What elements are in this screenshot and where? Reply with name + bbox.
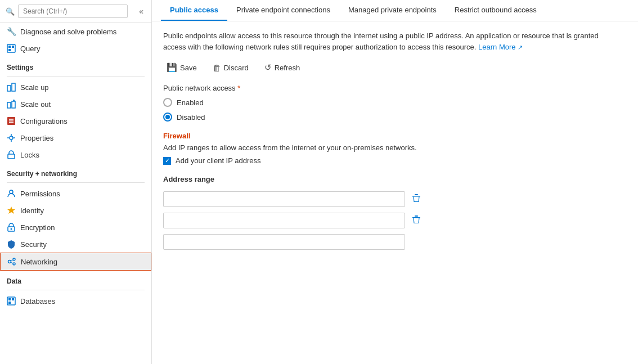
sidebar-item-properties[interactable]: Properties: [0, 129, 151, 146]
sidebar-item-security[interactable]: Security: [0, 236, 151, 253]
address-input-3[interactable]: [163, 234, 405, 250]
radio-enabled-label: Enabled: [177, 98, 204, 107]
svg-rect-4: [7, 86, 11, 91]
client-ip-checkbox[interactable]: ✓: [163, 157, 171, 165]
sidebar-item-label: Networking: [21, 258, 57, 266]
checkbox-row-client-ip[interactable]: ✓ Add your client IP address: [163, 156, 627, 165]
security-networking-divider: [7, 182, 145, 183]
discard-icon: 🗑: [213, 63, 221, 73]
svg-rect-30: [8, 302, 11, 304]
networking-icon: [7, 257, 16, 266]
sidebar-item-scale-out[interactable]: Scale out: [0, 96, 151, 113]
svg-rect-31: [412, 196, 420, 197]
firewall-title: Firewall: [163, 132, 627, 140]
sidebar-item-diagnose[interactable]: 🔧 Diagnose and solve problems: [0, 23, 151, 40]
sidebar-item-configurations[interactable]: Configurations: [0, 113, 151, 129]
diagnose-icon: 🔧: [7, 27, 16, 36]
sidebar-item-label: Locks: [20, 151, 39, 159]
radio-disabled[interactable]: Disabled: [163, 113, 627, 122]
info-text: Public endpoints allow access to this re…: [163, 32, 599, 51]
refresh-button[interactable]: ↺ Refresh: [261, 60, 304, 75]
toolbar: 💾 Save 🗑 Discard ↺ Refresh: [163, 60, 627, 75]
svg-rect-6: [7, 102, 11, 108]
sidebar-item-networking[interactable]: Networking: [0, 253, 151, 271]
save-icon: 💾: [167, 62, 177, 73]
tab-restrict-outbound[interactable]: Restrict outbound access: [446, 0, 546, 21]
sidebar-item-label: Scale out: [20, 100, 51, 109]
configurations-icon: [7, 116, 16, 125]
svg-rect-7: [12, 101, 15, 108]
collapse-button[interactable]: «: [137, 6, 146, 17]
svg-point-21: [11, 228, 12, 230]
tabs-bar: Public access Private endpoint connectio…: [152, 0, 638, 21]
address-range-title: Address range: [163, 175, 627, 183]
svg-rect-3: [8, 49, 11, 51]
radio-enabled-circle: [163, 98, 172, 107]
sidebar-item-databases[interactable]: Databases: [0, 293, 151, 309]
sidebar-item-label: Identity: [20, 206, 44, 215]
data-divider: [7, 290, 145, 290]
svg-rect-33: [412, 217, 420, 218]
address-input-2[interactable]: [163, 213, 405, 228]
learn-link[interactable]: Learn: [478, 43, 497, 51]
content-area: Public endpoints allow access to this re…: [152, 21, 638, 364]
sidebar-item-scale-up[interactable]: Scale up: [0, 79, 151, 96]
svg-rect-32: [415, 194, 418, 195]
sidebar-item-identity[interactable]: Identity: [0, 202, 151, 219]
delete-address-2-button[interactable]: [410, 214, 423, 227]
query-icon: [7, 44, 16, 53]
search-input[interactable]: [18, 5, 128, 18]
tab-private-endpoint[interactable]: Private endpoint connections: [227, 0, 339, 21]
discard-label: Discard: [224, 64, 249, 72]
sidebar-item-label: Configurations: [20, 117, 68, 125]
sidebar-item-label: Security: [20, 240, 47, 249]
databases-icon: [7, 296, 16, 305]
properties-icon: [7, 133, 16, 142]
sidebar-item-label: Scale up: [20, 83, 49, 92]
svg-point-13: [10, 136, 13, 140]
sidebar-item-label: Properties: [20, 134, 53, 142]
svg-rect-28: [8, 298, 11, 300]
identity-icon: [7, 206, 16, 215]
address-row-2: [163, 213, 627, 228]
delete-address-1-button[interactable]: [410, 192, 423, 206]
main-content: Public access Private endpoint connectio…: [152, 0, 638, 364]
sidebar-item-locks[interactable]: Locks: [0, 146, 151, 163]
more-link[interactable]: More ↗: [499, 43, 523, 51]
client-ip-label: Add your client IP address: [176, 156, 261, 165]
checkbox-check-icon: ✓: [165, 157, 170, 164]
sidebar-item-label: Query: [20, 44, 40, 53]
svg-line-25: [11, 260, 13, 261]
svg-point-22: [8, 260, 11, 263]
refresh-label: Refresh: [275, 64, 300, 72]
save-label: Save: [180, 64, 197, 72]
locks-icon: [7, 150, 16, 159]
sidebar-item-label: Encryption: [20, 223, 55, 232]
sidebar-item-query[interactable]: Query: [0, 40, 151, 57]
sidebar-item-encryption[interactable]: Encryption: [0, 219, 151, 236]
sidebar-item-permissions[interactable]: Permissions: [0, 185, 151, 202]
svg-rect-29: [12, 298, 14, 300]
address-row-3: [163, 234, 627, 250]
trash-icon-2: [412, 215, 421, 224]
svg-rect-2: [12, 46, 14, 48]
address-input-1[interactable]: [163, 191, 405, 207]
trash-icon: [412, 194, 421, 203]
info-box: Public endpoints allow access to this re…: [163, 30, 602, 52]
tab-public-access[interactable]: Public access: [161, 0, 227, 21]
refresh-icon: ↺: [264, 62, 272, 73]
scale-out-icon: [7, 100, 16, 109]
scale-up-icon: [7, 83, 16, 92]
radio-enabled[interactable]: Enabled: [163, 98, 627, 107]
svg-point-23: [13, 258, 15, 260]
data-section-label: Data: [0, 271, 151, 287]
address-row-1: [163, 191, 627, 207]
save-button[interactable]: 💾 Save: [163, 60, 200, 75]
discard-button[interactable]: 🗑 Discard: [209, 61, 252, 75]
public-network-label: Public network access *: [163, 84, 627, 92]
tab-managed-private[interactable]: Managed private endpoints: [339, 0, 446, 21]
svg-rect-1: [8, 46, 11, 48]
radio-disabled-inner: [165, 115, 170, 119]
radio-disabled-label: Disabled: [177, 113, 205, 122]
firewall-desc: Add IP ranges to allow access from the i…: [163, 143, 456, 152]
